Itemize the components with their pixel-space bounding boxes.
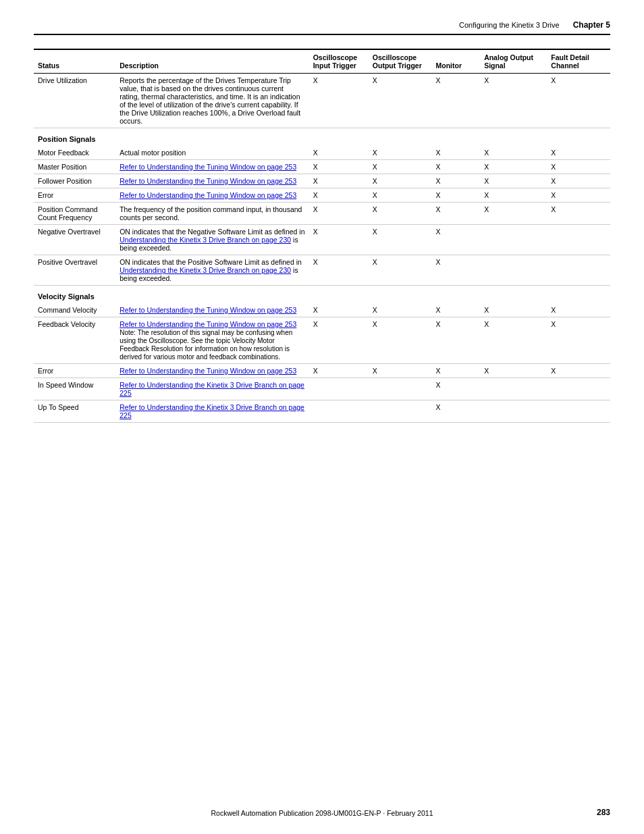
cell-description: Refer to Understanding the Tuning Window… (115, 160, 309, 174)
cell-analog (480, 378, 547, 400)
cell-status: Negative Overtravel (34, 225, 115, 255)
cell-osc-in (309, 378, 369, 400)
cell-osc-out: X (369, 364, 432, 378)
cell-analog (480, 225, 547, 255)
cell-osc-in: X (309, 188, 369, 203)
cell-fault (547, 400, 610, 423)
cell-osc-out: X (369, 74, 432, 128)
cell-osc-out: X (369, 203, 432, 225)
col-header-monitor: Monitor (432, 49, 481, 74)
table-row: Drive Utilization Reports the percentage… (34, 74, 610, 128)
cell-osc-in: X (309, 303, 369, 317)
link-velocity-error[interactable]: Refer to Understanding the Tuning Window… (119, 367, 296, 375)
cell-monitor: X (432, 303, 481, 317)
cell-monitor: X (432, 255, 481, 286)
cell-osc-in: X (309, 146, 369, 160)
cell-osc-out: X (369, 225, 432, 255)
col-header-status: Status (34, 49, 115, 74)
cell-osc-out (369, 378, 432, 400)
cell-monitor: X (432, 400, 481, 423)
cell-osc-out (369, 400, 432, 423)
cell-description: ON indicates that the Negative Software … (115, 225, 309, 255)
feedback-velocity-note: Note: The resolution of this signal may … (119, 329, 292, 361)
cell-analog: X (480, 203, 547, 225)
cell-osc-out: X (369, 174, 432, 188)
cell-osc-in (309, 400, 369, 423)
cell-fault (547, 225, 610, 255)
cell-osc-in: X (309, 225, 369, 255)
cell-status: In Speed Window (34, 378, 115, 400)
cell-osc-in: X (309, 317, 369, 364)
link-in-speed-window[interactable]: Refer to Understanding the Kinetix 3 Dri… (119, 381, 304, 397)
table-row: Command Velocity Refer to Understanding … (34, 303, 610, 317)
cell-analog: X (480, 317, 547, 364)
section-header-position: Position Signals (34, 128, 610, 147)
cell-osc-in: X (309, 174, 369, 188)
cell-osc-out: X (369, 317, 432, 364)
link-feedback-velocity[interactable]: Refer to Understanding the Tuning Window… (119, 320, 296, 328)
link-negative-overtravel[interactable]: Understanding the Kinetix 3 Drive Branch… (119, 236, 291, 244)
footer-center: Rockwell Automation Publication 2098-UM0… (0, 809, 644, 817)
cell-status: Positive Overtravel (34, 255, 115, 286)
link-master-position[interactable]: Refer to Understanding the Tuning Window… (119, 163, 296, 171)
cell-description: Refer to Understanding the Tuning Window… (115, 188, 309, 203)
cell-fault: X (547, 317, 610, 364)
cell-monitor: X (432, 203, 481, 225)
cell-status: Error (34, 364, 115, 378)
cell-osc-in: X (309, 364, 369, 378)
cell-osc-in: X (309, 74, 369, 128)
cell-description: Refer to Understanding the Tuning Window… (115, 174, 309, 188)
cell-analog: X (480, 364, 547, 378)
cell-monitor: X (432, 160, 481, 174)
main-table: Status Description OscilloscopeInput Tri… (34, 49, 610, 423)
cell-monitor: X (432, 174, 481, 188)
header-title: Configuring the Kinetix 3 Drive (459, 21, 560, 29)
table-row: Position Command Count Frequency The fre… (34, 203, 610, 225)
cell-description: Refer to Understanding the Kinetix 3 Dri… (115, 378, 309, 400)
table-row: Negative Overtravel ON indicates that th… (34, 225, 610, 255)
cell-analog: X (480, 160, 547, 174)
cell-description: Refer to Understanding the Kinetix 3 Dri… (115, 400, 309, 423)
link-command-velocity[interactable]: Refer to Understanding the Tuning Window… (119, 306, 296, 314)
cell-fault: X (547, 364, 610, 378)
cell-osc-out: X (369, 188, 432, 203)
cell-status: Master Position (34, 160, 115, 174)
cell-osc-out: X (369, 146, 432, 160)
cell-osc-in: X (309, 160, 369, 174)
cell-description: Actual motor position (115, 146, 309, 160)
cell-description: Refer to Understanding the Tuning Window… (115, 303, 309, 317)
cell-analog (480, 400, 547, 423)
table-row: Follower Position Refer to Understanding… (34, 174, 610, 188)
cell-osc-out: X (369, 160, 432, 174)
cell-fault: X (547, 188, 610, 203)
section-header-velocity: Velocity Signals (34, 286, 610, 304)
cell-fault: X (547, 174, 610, 188)
table-row: Error Refer to Understanding the Tuning … (34, 188, 610, 203)
cell-description: Refer to Understanding the Tuning Window… (115, 364, 309, 378)
cell-status: Position Command Count Frequency (34, 203, 115, 225)
cell-osc-out: X (369, 303, 432, 317)
cell-analog: X (480, 146, 547, 160)
cell-analog (480, 255, 547, 286)
link-follower-position[interactable]: Refer to Understanding the Tuning Window… (119, 177, 296, 185)
col-header-description: Description (115, 49, 309, 74)
col-header-fault: Fault DetailChannel (547, 49, 610, 74)
cell-osc-in: X (309, 203, 369, 225)
cell-status: Follower Position (34, 174, 115, 188)
cell-status: Motor Feedback (34, 146, 115, 160)
cell-monitor: X (432, 225, 481, 255)
cell-status: Command Velocity (34, 303, 115, 317)
cell-description: ON indicates that the Positive Software … (115, 255, 309, 286)
cell-status: Error (34, 188, 115, 203)
cell-fault: X (547, 146, 610, 160)
link-position-error[interactable]: Refer to Understanding the Tuning Window… (119, 191, 296, 199)
col-header-analog: Analog OutputSignal (480, 49, 547, 74)
link-up-to-speed[interactable]: Refer to Understanding the Kinetix 3 Dri… (119, 403, 304, 419)
link-positive-overtravel[interactable]: Understanding the Kinetix 3 Drive Branch… (119, 266, 291, 274)
cell-fault (547, 255, 610, 286)
cell-monitor: X (432, 146, 481, 160)
table-row: Error Refer to Understanding the Tuning … (34, 364, 610, 378)
cell-monitor: X (432, 378, 481, 400)
cell-osc-out: X (369, 255, 432, 286)
cell-status: Drive Utilization (34, 74, 115, 128)
